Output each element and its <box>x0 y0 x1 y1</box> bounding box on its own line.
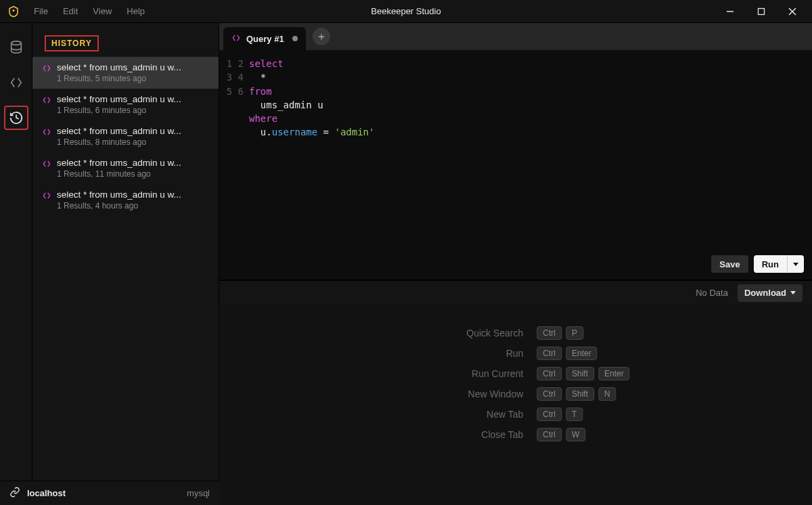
history-item-meta: 1 Results, 5 minutes ago <box>57 74 209 83</box>
db-type-label: mysql <box>187 488 210 498</box>
window-close-button[interactable] <box>777 0 808 23</box>
history-item-meta: 1 Results, 4 hours ago <box>57 201 209 211</box>
menu-view[interactable]: View <box>86 3 118 19</box>
code-icon <box>42 127 51 147</box>
chevron-down-icon <box>793 263 798 266</box>
dirty-indicator-icon <box>292 36 298 41</box>
history-panel: HISTORY select * from ums_admin u w... 1… <box>32 23 219 505</box>
menu-bar: File Edit View Help <box>27 3 152 19</box>
window-controls <box>715 0 808 23</box>
results-status: No Data <box>696 288 728 298</box>
shortcuts-help: Quick SearchCtrlPRunCtrlEnterRun Current… <box>401 326 629 441</box>
keycap: T <box>566 408 583 421</box>
save-button[interactable]: Save <box>711 255 748 273</box>
keycap: Ctrl <box>537 347 562 360</box>
rail-history-icon[interactable] <box>4 106 28 130</box>
keycap: N <box>598 387 616 401</box>
shortcut-keys: CtrlW <box>537 428 629 441</box>
status-bar-results: No Data Download <box>219 280 812 305</box>
menu-help[interactable]: Help <box>120 3 152 19</box>
history-item-title: select * from ums_admin u w... <box>57 94 209 104</box>
history-heading: HISTORY <box>45 35 99 51</box>
keycap: Ctrl <box>537 367 562 380</box>
shortcut-label: Quick Search <box>401 328 523 338</box>
download-button[interactable]: Download <box>738 284 803 302</box>
connection-name[interactable]: localhost <box>27 488 66 498</box>
code-icon <box>231 33 241 45</box>
history-item-meta: 1 Results, 8 minutes ago <box>57 137 209 147</box>
menu-file[interactable]: File <box>27 3 55 19</box>
status-bar-connection: localhost mysql <box>0 481 219 505</box>
history-item-text: select * from ums_admin u w... 1 Results… <box>57 94 209 115</box>
history-item-title: select * from ums_admin u w... <box>57 126 209 136</box>
main-area: Query #1 ＋ 1 2 3 4 5 6 select * from ums… <box>219 23 812 505</box>
history-item[interactable]: select * from ums_admin u w... 1 Results… <box>32 120 219 152</box>
keycap: Enter <box>598 367 630 380</box>
panel-header: HISTORY <box>32 23 219 57</box>
code-icon <box>42 159 51 179</box>
shortcut-keys: CtrlShiftN <box>537 387 629 401</box>
keycap: W <box>566 428 585 441</box>
history-item-title: select * from ums_admin u w... <box>57 158 209 168</box>
history-item[interactable]: select * from ums_admin u w... 1 Results… <box>32 57 219 89</box>
menu-edit[interactable]: Edit <box>56 3 85 19</box>
svg-point-0 <box>13 9 15 12</box>
activity-rail <box>0 23 32 505</box>
shortcut-keys: CtrlT <box>537 408 629 421</box>
history-item-text: select * from ums_admin u w... 1 Results… <box>57 126 209 147</box>
shortcut-keys: CtrlShiftEnter <box>537 367 629 380</box>
shortcut-label: Run Current <box>401 368 523 379</box>
shortcut-label: Run <box>401 348 523 359</box>
line-gutter: 1 2 3 4 5 6 <box>219 57 249 280</box>
tab-bar: Query #1 ＋ <box>219 23 812 50</box>
app-logo-icon <box>7 5 20 18</box>
history-item-text: select * from ums_admin u w... 1 Results… <box>57 158 209 179</box>
window-minimize-button[interactable] <box>715 0 746 23</box>
keycap: Ctrl <box>537 326 562 340</box>
keycap: Ctrl <box>537 428 562 441</box>
svg-rect-2 <box>759 8 765 14</box>
keycap: Shift <box>566 387 594 401</box>
run-dropdown-button[interactable] <box>788 255 804 273</box>
shortcut-label: Close Tab <box>401 429 523 440</box>
keycap: Enter <box>566 347 597 360</box>
keycap: P <box>566 326 583 340</box>
tab-label: Query #1 <box>246 34 284 44</box>
code-icon <box>42 191 51 211</box>
chevron-down-icon <box>790 291 796 294</box>
rail-query-icon[interactable] <box>4 70 28 95</box>
shortcut-keys: CtrlP <box>537 326 629 340</box>
editor-actions: Save Run <box>711 255 804 273</box>
window-maximize-button[interactable] <box>746 0 777 23</box>
new-tab-button[interactable]: ＋ <box>313 28 330 45</box>
history-item-meta: 1 Results, 6 minutes ago <box>57 106 209 115</box>
history-item[interactable]: select * from ums_admin u w... 1 Results… <box>32 89 219 120</box>
shortcut-label: New Window <box>401 389 523 399</box>
link-icon <box>9 487 20 500</box>
tab-query-1[interactable]: Query #1 <box>223 27 306 50</box>
history-item[interactable]: select * from ums_admin u w... 1 Results… <box>32 184 219 216</box>
shortcut-keys: CtrlEnter <box>537 347 629 360</box>
history-item-title: select * from ums_admin u w... <box>57 190 209 200</box>
sql-editor[interactable]: select * from ums_admin u where u.userna… <box>249 57 812 280</box>
history-item-title: select * from ums_admin u w... <box>57 62 209 72</box>
history-list: select * from ums_admin u w... 1 Results… <box>32 57 219 505</box>
code-icon <box>42 95 51 115</box>
results-pane: Quick SearchCtrlPRunCtrlEnterRun Current… <box>219 280 812 505</box>
keycap: Ctrl <box>537 387 562 401</box>
run-button[interactable]: Run <box>754 255 788 273</box>
history-item[interactable]: select * from ums_admin u w... 1 Results… <box>32 152 219 184</box>
keycap: Shift <box>566 367 594 380</box>
titlebar: File Edit View Help Beekeeper Studio <box>0 0 812 23</box>
window-title: Beekeeper Studio <box>371 6 441 16</box>
svg-point-5 <box>11 41 21 45</box>
editor-pane[interactable]: 1 2 3 4 5 6 select * from ums_admin u wh… <box>219 50 812 280</box>
run-split-button: Run <box>754 255 804 273</box>
download-label: Download <box>744 288 786 298</box>
rail-database-icon[interactable] <box>4 35 28 60</box>
shortcut-label: New Tab <box>401 409 523 420</box>
code-icon <box>42 64 51 83</box>
history-item-text: select * from ums_admin u w... 1 Results… <box>57 190 209 211</box>
keycap: Ctrl <box>537 408 562 421</box>
history-item-text: select * from ums_admin u w... 1 Results… <box>57 62 209 83</box>
